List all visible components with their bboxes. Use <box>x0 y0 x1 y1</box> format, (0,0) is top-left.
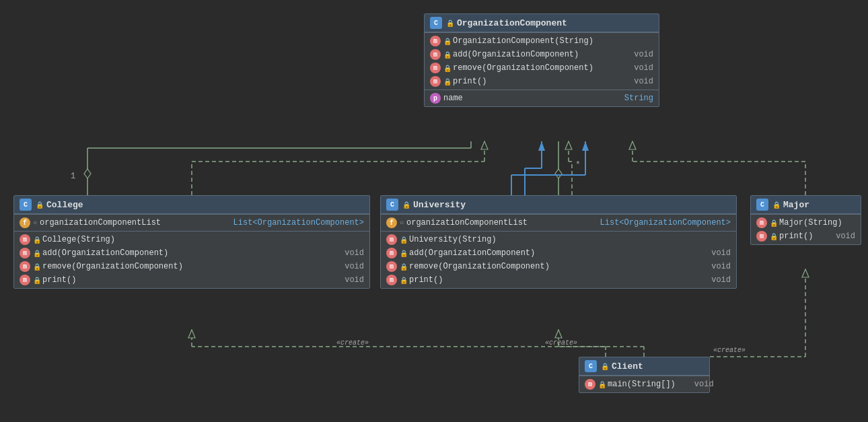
svg-text:«create»: «create» <box>336 339 369 347</box>
class-header-university: C 🔒 University <box>381 196 736 214</box>
method-row: m 🔒 add(OrganizationComponent) void <box>14 246 369 260</box>
field-type: List<OrganizationComponent> <box>233 218 364 227</box>
method-row: m 🔒 print() void <box>751 230 861 243</box>
visibility-icon: ○ <box>400 219 404 227</box>
lock-icon: 🔒 <box>400 277 406 283</box>
class-header-major: C 🔒 Major <box>751 196 861 214</box>
lock-icon: 🔒 <box>33 277 40 283</box>
badge-p: p <box>430 93 441 104</box>
lock-icon: 🔒 <box>36 201 42 208</box>
class-university: C 🔒 University f ○ organizationComponent… <box>380 195 737 289</box>
class-name: Client <box>612 361 643 372</box>
method-row: m 🔒 remove(OrganizationComponent) void <box>14 260 369 273</box>
class-icon: C <box>756 199 768 211</box>
fields-section: p name String <box>425 90 659 106</box>
badge-m: m <box>20 261 30 272</box>
class-name: Major <box>783 200 809 210</box>
svg-text:«create»: «create» <box>713 347 746 354</box>
class-icon: C <box>20 199 32 211</box>
class-name: University <box>413 200 466 210</box>
method-name: College(String) <box>42 235 115 244</box>
methods-section: m 🔒 College(String) m 🔒 add(Organization… <box>14 231 369 288</box>
return-type: void <box>620 50 653 59</box>
badge-m: m <box>430 36 441 46</box>
method-row: m 🔒 remove(OrganizationComponent) void <box>425 61 659 75</box>
class-icon: C <box>430 17 442 29</box>
method-name: remove(OrganizationComponent) <box>409 262 550 271</box>
method-name: add(OrganizationComponent) <box>409 248 535 258</box>
badge-m: m <box>20 248 30 258</box>
badge-m: m <box>430 63 441 73</box>
svg-marker-3 <box>481 141 488 149</box>
lock-icon: 🔒 <box>443 38 450 44</box>
class-client: C 🔒 Client m 🔒 main(String[]) void <box>579 357 710 393</box>
methods-section: m 🔒 OrganizationComponent(String) m 🔒 ad… <box>425 32 659 90</box>
method-row: m 🔒 main(String[]) void <box>579 378 709 391</box>
lock-icon: 🔒 <box>33 250 40 256</box>
return-type: void <box>698 262 731 271</box>
class-organization-component: C 🔒 OrganizationComponent m 🔒 Organizati… <box>424 13 659 107</box>
methods-section: m 🔒 main(String[]) void <box>579 376 709 392</box>
svg-text:1: 1 <box>71 172 75 181</box>
badge-m: m <box>756 217 767 228</box>
methods-section: m 🔒 Major(String) m 🔒 print() void <box>751 214 861 244</box>
method-row: m 🔒 Major(String) <box>751 216 861 230</box>
svg-marker-21 <box>84 169 91 178</box>
method-name: University(String) <box>409 235 497 244</box>
method-name: remove(OrganizationComponent) <box>453 63 593 73</box>
field-row: p name String <box>425 92 659 105</box>
method-row: m 🔒 print() void <box>425 75 659 88</box>
svg-marker-11 <box>565 141 572 149</box>
return-type: void <box>331 248 364 258</box>
lock-icon: 🔒 <box>400 263 406 270</box>
svg-marker-7 <box>538 141 545 151</box>
lock-icon: 🔒 <box>443 78 450 85</box>
svg-marker-18 <box>555 169 562 178</box>
method-row: m 🔒 College(String) <box>14 233 369 246</box>
lock-icon: 🔒 <box>400 236 406 243</box>
return-type: void <box>620 77 653 86</box>
return-type: void <box>620 63 653 73</box>
fields-section: f ○ organizationComponentList List<Organ… <box>14 214 369 231</box>
badge-m: m <box>386 248 397 258</box>
return-type: void <box>698 275 731 285</box>
field-name: organizationComponentList <box>406 218 528 227</box>
svg-text:*: * <box>575 160 581 170</box>
method-name: OrganizationComponent(String) <box>453 36 593 46</box>
badge-m: m <box>756 231 767 242</box>
method-name: Major(String) <box>779 218 842 227</box>
lock-icon: 🔒 <box>770 233 776 240</box>
badge-m: m <box>585 379 595 390</box>
lock-icon: 🔒 <box>601 363 608 370</box>
visibility-icon: ○ <box>33 219 37 227</box>
method-row: m 🔒 print() void <box>14 273 369 287</box>
lock-icon: 🔒 <box>400 250 406 256</box>
method-name: main(String[]) <box>608 380 676 389</box>
svg-marker-38 <box>802 269 809 277</box>
method-name: add(OrganizationComponent) <box>42 248 168 258</box>
field-name: name <box>443 94 463 103</box>
return-type: void <box>698 248 731 258</box>
method-name: print() <box>453 77 486 86</box>
lock-icon: 🔒 <box>770 219 776 226</box>
badge-f: f <box>386 217 397 228</box>
class-name: OrganizationComponent <box>457 18 567 28</box>
badge-m: m <box>386 275 397 285</box>
class-header-client: C 🔒 Client <box>579 357 709 376</box>
method-name: print() <box>779 232 813 241</box>
lock-icon: 🔒 <box>772 201 779 208</box>
method-row: m 🔒 add(OrganizationComponent) void <box>381 246 736 260</box>
class-name: College <box>46 200 83 210</box>
lock-icon: 🔒 <box>446 20 453 26</box>
field-row: f ○ organizationComponentList List<Organ… <box>381 216 736 230</box>
svg-marker-16 <box>629 141 636 149</box>
method-row: m 🔒 OrganizationComponent(String) <box>425 34 659 48</box>
class-header-organization: C 🔒 OrganizationComponent <box>425 14 659 32</box>
lock-icon: 🔒 <box>33 263 40 270</box>
svg-marker-43 <box>582 141 589 151</box>
class-icon: C <box>386 199 398 211</box>
class-major: C 🔒 Major m 🔒 Major(String) m 🔒 print() … <box>750 195 861 245</box>
return-type: void <box>822 232 855 241</box>
badge-m: m <box>20 275 30 285</box>
fields-section: f ○ organizationComponentList List<Organ… <box>381 214 736 231</box>
